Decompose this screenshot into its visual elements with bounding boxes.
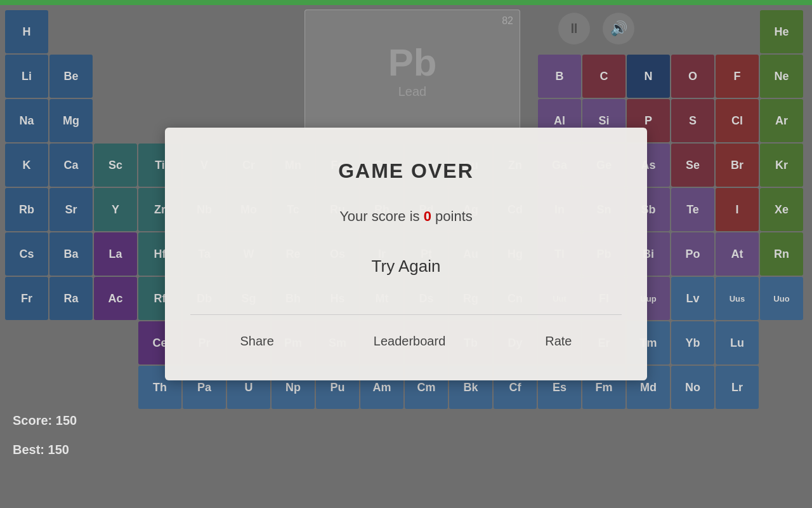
modal-action-bar: Share Leaderboard Rate (190, 314, 622, 349)
rate-button[interactable]: Rate (545, 334, 572, 349)
share-button[interactable]: Share (240, 334, 273, 349)
score-text-suffix: points (431, 208, 473, 224)
modal-score-number: 0 (424, 208, 431, 224)
modal-title: GAME OVER (338, 159, 474, 183)
modal-overlay: GAME OVER Your score is 0 points Try Aga… (0, 0, 812, 508)
game-over-modal: GAME OVER Your score is 0 points Try Aga… (165, 128, 647, 380)
leaderboard-button[interactable]: Leaderboard (374, 334, 445, 349)
try-again-button[interactable]: Try Again (372, 257, 441, 276)
score-text-prefix: Your score is (339, 208, 423, 224)
modal-score-text: Your score is 0 points (339, 208, 473, 225)
